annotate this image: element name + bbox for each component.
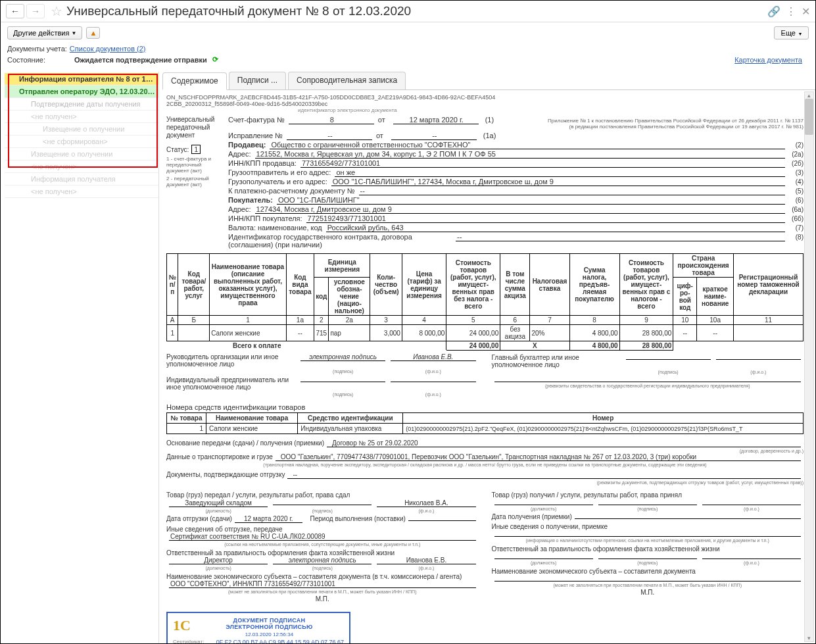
menu-dots-icon[interactable]: ⋮ <box>786 5 796 18</box>
scrollbar[interactable]: ▴ ▾ <box>804 91 814 642</box>
link-icon[interactable]: 🔗 <box>767 5 780 18</box>
tree-item-receipt-confirm[interactable]: Подтверждение даты получения <box>5 98 158 111</box>
card-link[interactable]: Карточка документа <box>734 56 802 64</box>
table-row: 1Сапоги женские--715пар3,0008 000,0024 0… <box>167 325 804 341</box>
ident-title: Номера средств идентификации товаров <box>166 403 804 411</box>
page-title: Универсальный передаточный документ № 8 … <box>66 4 767 18</box>
tree-item-status: <не получен> <box>5 186 158 198</box>
tree-item-notice2[interactable]: Извещение о получении <box>5 148 158 161</box>
scroll-up-icon[interactable]: ▴ <box>805 92 813 99</box>
state-value: Ожидается подтверждение отправки <box>74 56 207 64</box>
tree-item-sender-info[interactable]: Информация отправителя № 8 от 12.03.2... <box>5 73 158 86</box>
refresh-icon[interactable]: ⟳ <box>212 55 218 64</box>
tree-item-status: <не получен> <box>5 161 158 173</box>
doc-type-label: Универсальный передаточный документ <box>166 116 224 139</box>
scroll-down-icon[interactable]: ▾ <box>805 635 813 641</box>
tab-content[interactable]: Содержимое <box>162 72 227 90</box>
other-actions-button[interactable]: Другие действия ▼ <box>7 26 82 39</box>
doc-id-line2: 2CBB_20200312_f55898f-0049-40ee-9d16-5d5… <box>166 101 804 107</box>
tree-item-status: <не получен> <box>5 111 158 123</box>
signature-stamp: 1C ДОКУМЕНТ ПОДПИСАН ЭЛЕКТРОННОЙ ПОДПИСЬ… <box>166 612 350 643</box>
tree-item-status: <не сформирован> <box>5 136 158 148</box>
status-note-2: 2 - передаточный документ (акт) <box>166 176 224 188</box>
tab-cover-note[interactable]: Сопроводительная записка <box>288 72 406 89</box>
star-icon[interactable]: ☆ <box>51 3 62 19</box>
upload-icon-button[interactable]: ▲ <box>86 27 100 39</box>
back-button[interactable]: ← <box>6 4 24 18</box>
docs-label: Документы учета: <box>7 45 67 53</box>
document-tree: Информация отправителя № 8 от 12.03.2...… <box>5 73 158 643</box>
close-icon[interactable]: ✕ <box>802 5 810 18</box>
more-button[interactable]: Еще ▾ <box>774 26 809 39</box>
doc-id-line1: ON_NSCHFDOPPRMARK_2AEBCF8D445-31B5-421F-… <box>166 94 804 101</box>
ident-table: № товараНаименование товараСредство иден… <box>166 412 804 434</box>
tab-signatures[interactable]: Подписи ... <box>229 72 286 89</box>
document-viewport: ▴ ▾ ON_NSCHFDOPPRMARK_2AEBCF8D445-31B5-4… <box>162 90 815 643</box>
doc-id-sub: идентификатор электронного документа <box>298 107 804 113</box>
tree-item-recipient-info[interactable]: Информация получателя <box>5 173 158 186</box>
tree-item-sent-edo[interactable]: Отправлен оператору ЭДО, 12.03.2020 12:.… <box>5 86 158 98</box>
scrollbar-thumb[interactable] <box>805 99 813 135</box>
forward-button[interactable]: → <box>26 4 45 18</box>
items-table: № п/п Код товара/ работ, услуг Наименова… <box>166 253 804 351</box>
state-label: Состояние: <box>7 56 45 64</box>
status-note-1: 1 - счет-фактура и передаточный документ… <box>166 157 224 174</box>
docs-link[interactable]: Список документов (2) <box>70 45 146 53</box>
tree-item-notice1[interactable]: Извещение о получении <box>5 123 158 136</box>
status-box: 1 <box>191 145 201 154</box>
1c-logo-icon: 1C <box>173 617 191 634</box>
